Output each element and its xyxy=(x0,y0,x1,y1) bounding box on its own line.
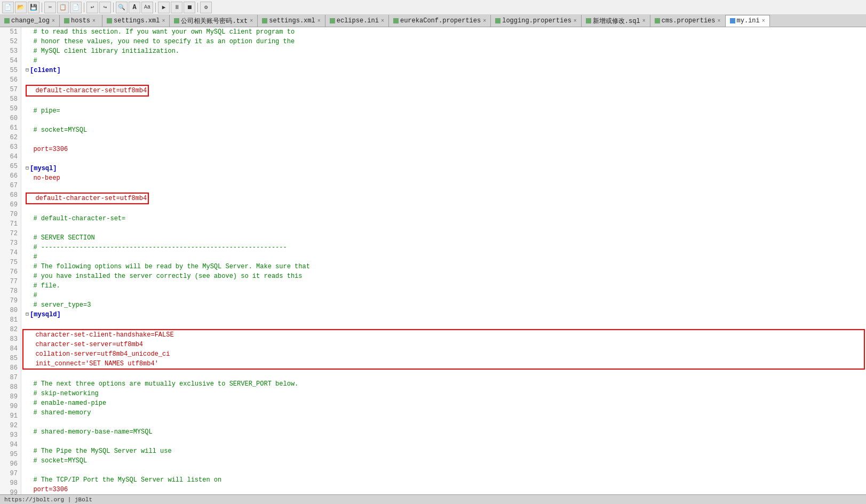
code-line-74[interactable]: # xyxy=(21,252,866,262)
toolbar-btn-a[interactable]: A xyxy=(129,2,140,13)
toolbar-btn-pause[interactable]: ⏸ xyxy=(171,2,182,13)
tab-file-icon xyxy=(655,18,660,23)
toolbar-btn-undo[interactable]: ↩ xyxy=(86,2,98,13)
tab-close-icon[interactable]: × xyxy=(317,18,321,24)
code-line-86[interactable] xyxy=(21,370,866,379)
code-line-70[interactable]: # default-character-set= xyxy=(21,214,866,223)
line-number-92: 92 xyxy=(0,421,21,430)
code-line-56[interactable] xyxy=(21,75,866,85)
tab-close-icon[interactable]: × xyxy=(92,18,96,24)
code-line-59[interactable]: # pipe= xyxy=(21,106,866,116)
toolbar-btn-cut[interactable]: ✂ xyxy=(44,2,56,13)
tab-------sql[interactable]: 新增或修改.sql× xyxy=(582,15,650,27)
code-line-61[interactable]: # socket=MYSQL xyxy=(21,125,866,135)
toolbar-btn-open[interactable]: 📂 xyxy=(15,2,27,13)
toolbar-btn-paste[interactable]: 📄 xyxy=(70,2,82,13)
tab-eurekaConf-properties[interactable]: eurekaConf.properties× xyxy=(389,15,491,27)
code-line-93[interactable] xyxy=(21,437,866,446)
tab-close-icon[interactable]: × xyxy=(483,18,486,24)
line-number-90: 90 xyxy=(0,402,21,411)
code-line-58[interactable] xyxy=(21,97,866,106)
fold-icon[interactable]: ⊟ xyxy=(26,310,29,319)
code-line-95[interactable]: # socket=MYSQL xyxy=(21,456,866,466)
tab-close-icon[interactable]: × xyxy=(381,18,384,24)
code-line-51[interactable]: # to read this section. If you want your… xyxy=(21,27,866,37)
code-line-80[interactable]: ⊟[mysqld] xyxy=(21,310,866,319)
code-line-88[interactable]: # skip-networking xyxy=(21,389,866,398)
tab-close-icon[interactable]: × xyxy=(718,18,721,24)
line-content: [client] xyxy=(30,66,61,75)
tab-eclipse-ini[interactable]: eclipse.ini× xyxy=(325,15,389,27)
code-line-79[interactable]: # server_type=3 xyxy=(21,300,866,310)
tab-close-icon[interactable]: × xyxy=(250,18,253,24)
line-number-85: 85 xyxy=(0,354,21,363)
toolbar-btn-aa[interactable]: Aa xyxy=(141,2,153,13)
tab-my-ini[interactable]: my.ini× xyxy=(726,15,770,27)
code-area[interactable]: # to read this section. If you want your… xyxy=(21,27,866,504)
tab-close-icon[interactable]: × xyxy=(574,18,577,24)
tab-logging-properties[interactable]: logging.properties× xyxy=(491,15,582,27)
code-line-82[interactable]: character-set-client-handshake=FALSE xyxy=(22,329,865,340)
line-number-96: 96 xyxy=(0,459,21,469)
code-line-78[interactable]: # xyxy=(21,291,866,300)
toolbar-btn-stop[interactable]: ⏹ xyxy=(184,2,195,13)
tab-file-icon xyxy=(586,18,591,23)
tab-hosts[interactable]: hosts× xyxy=(60,15,102,27)
code-line-90[interactable]: # shared-memory xyxy=(21,408,866,418)
code-line-75[interactable]: # The following options will be read by … xyxy=(21,262,866,271)
code-line-67[interactable] xyxy=(21,183,866,193)
toolbar-btn-search[interactable]: 🔍 xyxy=(116,2,128,13)
code-line-83[interactable]: character-set-server=utf8mb4 xyxy=(22,340,865,349)
code-line-55[interactable]: ⊟[client] xyxy=(21,66,866,75)
code-line-57[interactable]: default-character-set=utf8mb4 xyxy=(21,85,866,97)
code-line-84[interactable]: collation-server=utf8mb4_unicode_ci xyxy=(22,349,865,359)
code-line-77[interactable]: # file. xyxy=(21,281,866,291)
tab-settings-xml[interactable]: settings.xml× xyxy=(102,15,170,27)
toolbar-btn-copy[interactable]: 📋 xyxy=(57,2,69,13)
code-line-96[interactable] xyxy=(21,466,866,475)
tab----------txt[interactable]: 公司相关账号密码.txt× xyxy=(170,15,258,27)
toolbar-btn-redo[interactable]: ↪ xyxy=(99,2,111,13)
code-line-60[interactable] xyxy=(21,116,866,125)
code-line-72[interactable]: # SERVER SECTION xyxy=(21,233,866,243)
code-line-87[interactable]: # The next three options are mutually ex… xyxy=(21,379,866,389)
code-line-92[interactable]: # shared-memory-base-name=MYSQL xyxy=(21,427,866,437)
code-line-85[interactable]: init_connect='SET NAMES utf8mb4' xyxy=(22,359,865,370)
fold-icon[interactable]: ⊟ xyxy=(26,66,29,75)
fold-icon[interactable]: ⊟ xyxy=(26,164,29,173)
code-line-52[interactable]: # honor these values, you need to specif… xyxy=(21,37,866,46)
tab-close-icon[interactable]: × xyxy=(762,18,765,24)
code-line-64[interactable] xyxy=(21,154,866,164)
code-line-98[interactable]: port=3306 xyxy=(21,485,866,494)
toolbar-btn-settings[interactable]: ⚙ xyxy=(200,2,212,13)
code-line-76[interactable]: # you have installed the server correctl… xyxy=(21,271,866,281)
code-line-68[interactable]: default-character-set=utf8mb4 xyxy=(21,193,866,204)
code-line-69[interactable] xyxy=(21,204,866,214)
code-line-91[interactable] xyxy=(21,418,866,427)
code-line-65[interactable]: ⊟[mysql] xyxy=(21,164,866,173)
tab-cms-properties[interactable]: cms.properties× xyxy=(650,15,726,27)
tab-close-icon[interactable]: × xyxy=(52,18,55,24)
line-number-64: 64 xyxy=(0,152,21,162)
code-line-97[interactable]: # The TCP/IP Port the MySQL Server will … xyxy=(21,475,866,485)
tab-settings-xml[interactable]: settings.xml× xyxy=(258,15,325,27)
code-line-81[interactable] xyxy=(21,319,866,329)
line-content: # honor these values, you need to specif… xyxy=(26,37,295,46)
code-line-94[interactable]: # The Pipe the MySQL Server will use xyxy=(21,446,866,456)
code-line-73[interactable]: # --------------------------------------… xyxy=(21,243,866,252)
tab-close-icon[interactable]: × xyxy=(162,18,165,24)
code-line-89[interactable]: # enable-named-pipe xyxy=(21,398,866,408)
code-line-63[interactable]: port=3306 xyxy=(21,145,866,154)
tab-change-log[interactable]: change_log× xyxy=(0,15,60,27)
code-line-53[interactable]: # MySQL client library initialization. xyxy=(21,46,866,56)
toolbar-btn-new[interactable]: 📄 xyxy=(2,2,14,13)
code-line-62[interactable] xyxy=(21,135,866,145)
code-line-54[interactable]: # xyxy=(21,56,866,66)
line-number-81: 81 xyxy=(0,315,21,325)
code-line-66[interactable]: no-beep xyxy=(21,173,866,183)
code-line-71[interactable] xyxy=(21,223,866,233)
tab-close-icon[interactable]: × xyxy=(642,18,646,24)
line-number-94: 94 xyxy=(0,440,21,450)
toolbar-btn-run[interactable]: ▶ xyxy=(158,2,170,13)
toolbar-btn-save[interactable]: 💾 xyxy=(28,2,39,13)
